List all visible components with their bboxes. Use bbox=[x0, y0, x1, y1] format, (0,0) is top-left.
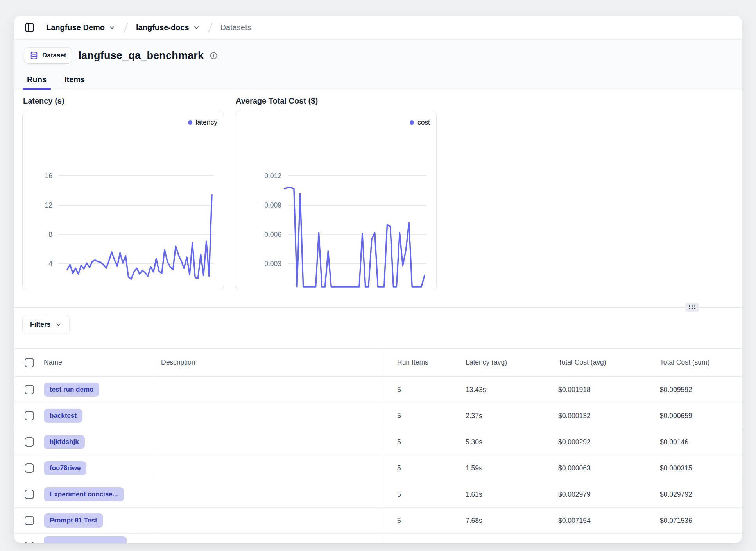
row-checkbox[interactable] bbox=[25, 542, 34, 543]
run-items-cell bbox=[382, 534, 451, 543]
table-row: backtest52.37s$0.000132$0.000659 bbox=[14, 403, 742, 429]
cost-chart-title: Average Total Cost ($) bbox=[236, 97, 437, 106]
breadcrumb-page[interactable]: Datasets bbox=[220, 23, 251, 32]
legend-label: latency bbox=[196, 118, 217, 127]
svg-text:0.003: 0.003 bbox=[264, 260, 281, 268]
title-row: Dataset langfuse_qa_benchmark bbox=[24, 48, 732, 63]
latency-avg-cell: 2.37s bbox=[451, 403, 543, 429]
breadcrumb-project[interactable]: langfuse-docs bbox=[136, 23, 200, 32]
row-checkbox[interactable] bbox=[25, 411, 34, 420]
tabs: Runs Items bbox=[24, 75, 732, 90]
select-all-checkbox[interactable] bbox=[25, 358, 34, 367]
run-items-cell: 5 bbox=[382, 403, 451, 429]
latency-chart-block: Latency (s) 161284 latency bbox=[22, 97, 224, 290]
tab-runs[interactable]: Runs bbox=[25, 75, 48, 90]
run-name-badge[interactable]: test run demo bbox=[44, 383, 99, 397]
latency-avg-cell: 1.59s bbox=[451, 455, 543, 481]
dataset-type-badge: Dataset bbox=[24, 48, 72, 63]
total-cost-avg-cell: $0.000292 bbox=[543, 429, 649, 455]
latency-line-chart: 161284 bbox=[23, 111, 224, 290]
row-checkbox[interactable] bbox=[25, 490, 34, 499]
breadcrumb-organization[interactable]: Langfuse Demo bbox=[46, 23, 116, 32]
info-icon[interactable] bbox=[210, 52, 218, 60]
table-row: foo78riwe51.59s$0.000063$0.000315 bbox=[14, 455, 742, 481]
breadcrumb-separator bbox=[122, 22, 130, 34]
latency-avg-cell: 7.68s bbox=[451, 508, 543, 533]
total-cost-avg-cell: $0.002979 bbox=[543, 481, 649, 507]
run-name-badge[interactable]: hjkfdshjk bbox=[44, 435, 85, 449]
organization-label: Langfuse Demo bbox=[46, 23, 105, 32]
column-header-description: Description bbox=[156, 349, 382, 376]
total-cost-avg-cell bbox=[543, 534, 649, 543]
charts-section: Latency (s) 161284 latency Average Total… bbox=[14, 90, 742, 307]
description-cell bbox=[156, 377, 382, 403]
latency-chart-title: Latency (s) bbox=[23, 97, 224, 106]
run-name-badge[interactable]: backtest bbox=[44, 409, 82, 423]
total-cost-sum-cell bbox=[649, 534, 742, 543]
svg-text:12: 12 bbox=[45, 201, 52, 209]
total-cost-sum-cell: $0.071536 bbox=[649, 508, 742, 533]
total-cost-avg-cell: $0.000063 bbox=[543, 455, 649, 481]
svg-text:16: 16 bbox=[45, 172, 52, 180]
description-cell bbox=[156, 403, 382, 429]
run-items-cell: 5 bbox=[382, 508, 451, 533]
sidebar-toggle-button[interactable] bbox=[24, 22, 35, 33]
tab-items[interactable]: Items bbox=[63, 75, 86, 90]
table-row-partial bbox=[14, 534, 742, 543]
run-name-badge[interactable]: Experiment concise... bbox=[44, 487, 124, 501]
latency-avg-cell: 1.61s bbox=[451, 481, 543, 507]
description-cell bbox=[156, 429, 382, 455]
run-items-cell: 5 bbox=[382, 481, 451, 507]
total-cost-avg-cell: $0.000132 bbox=[543, 403, 649, 429]
column-header-run-items: Run Items bbox=[382, 349, 451, 376]
resize-grip-handle[interactable] bbox=[685, 303, 699, 312]
page-title: langfuse_qa_benchmark bbox=[78, 50, 204, 62]
svg-text:8: 8 bbox=[48, 231, 52, 238]
cost-chart-card: 0.0120.0090.0060.003 cost bbox=[235, 111, 437, 290]
cost-legend: cost bbox=[410, 118, 430, 127]
filters-button[interactable]: Filters bbox=[22, 315, 70, 334]
total-cost-sum-cell: $0.029792 bbox=[649, 481, 742, 507]
runs-table: Name Description Run Items Latency (avg)… bbox=[14, 348, 742, 543]
legend-label: cost bbox=[417, 118, 430, 127]
row-checkbox[interactable] bbox=[25, 463, 34, 473]
table-body: test run demo513.43s$0.001918$0.009592ba… bbox=[14, 377, 742, 543]
row-checkbox[interactable] bbox=[25, 516, 34, 525]
row-checkbox[interactable] bbox=[25, 385, 34, 394]
breadcrumb-separator bbox=[206, 22, 215, 34]
table-row: Experiment concise...51.61s$0.002979$0.0… bbox=[14, 481, 742, 508]
database-icon bbox=[30, 51, 38, 60]
column-header-latency-avg: Latency (avg) bbox=[451, 349, 543, 376]
total-cost-avg-cell: $0.007154 bbox=[543, 508, 649, 533]
description-cell bbox=[156, 455, 382, 481]
column-header-total-cost-avg: Total Cost (avg) bbox=[543, 349, 649, 376]
latency-avg-cell: 13.43s bbox=[451, 377, 543, 403]
run-name-badge[interactable]: foo78riwe bbox=[44, 461, 86, 475]
table-row: test run demo513.43s$0.001918$0.009592 bbox=[14, 377, 742, 403]
cost-chart-block: Average Total Cost ($) 0.0120.0090.0060.… bbox=[235, 97, 437, 290]
project-label: langfuse-docs bbox=[136, 23, 189, 32]
latency-avg-cell: 5.30s bbox=[451, 429, 543, 455]
chevron-down-icon bbox=[108, 24, 116, 31]
description-cell bbox=[156, 481, 382, 507]
chevron-down-icon bbox=[55, 321, 62, 328]
total-cost-sum-cell: $0.00146 bbox=[649, 429, 742, 455]
page-label: Datasets bbox=[220, 23, 251, 32]
total-cost-sum-cell: $0.000315 bbox=[649, 455, 742, 481]
svg-text:0.006: 0.006 bbox=[264, 231, 281, 238]
run-items-cell: 5 bbox=[382, 429, 451, 455]
latency-avg-cell bbox=[451, 534, 543, 543]
row-checkbox[interactable] bbox=[25, 437, 34, 447]
total-cost-sum-cell: $0.000659 bbox=[649, 403, 742, 429]
run-name-badge[interactable]: Prompt 81 Test bbox=[44, 513, 103, 528]
breadcrumb: Langfuse Demo langfuse-docs Datasets bbox=[14, 16, 742, 40]
table-header-row: Name Description Run Items Latency (avg)… bbox=[14, 348, 742, 377]
run-name-badge[interactable] bbox=[44, 536, 127, 544]
svg-text:0.012: 0.012 bbox=[264, 172, 281, 180]
column-header-total-cost-sum: Total Cost (sum) bbox=[649, 349, 742, 376]
panel-left-icon bbox=[24, 22, 35, 33]
total-cost-sum-cell: $0.009592 bbox=[649, 377, 742, 403]
filters-row: Filters bbox=[14, 308, 742, 348]
description-cell bbox=[156, 508, 382, 533]
filters-button-label: Filters bbox=[30, 320, 51, 329]
